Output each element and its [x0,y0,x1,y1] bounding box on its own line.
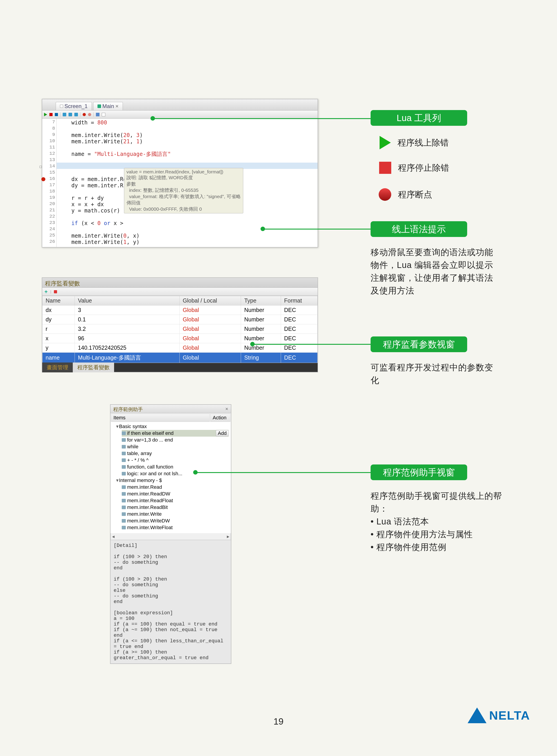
col-action: Action [210,414,230,422]
tab-screen-manage[interactable]: 畫面管理 [42,362,73,372]
tab-screen1[interactable]: Screen_1 [56,102,92,110]
watch-table: Name Value Global / Local Type Format dx… [42,296,318,363]
cell-format: DEC [281,315,318,324]
col-scope[interactable]: Global / Local [179,296,241,306]
tab-watch[interactable]: 程序監看變數 [73,362,114,372]
check-icon[interactable] [102,113,105,116]
table-row[interactable]: nameMulti-Language-多國語言GlobalStringDEC [42,353,318,363]
bottom-tabs: 畫面管理 程序監看變數 [42,363,318,372]
callout-label: 程序监看参数视窗 [383,338,455,351]
tab-main[interactable]: Main × [93,102,123,110]
assist-detail: [Detail] if (100 > 20) then -- do someth… [111,540,231,664]
assist-text: 程序范例助手视窗可提供线上的帮助： • Lua 语法范本 • 程序物件使用方法与… [371,490,505,554]
tree-item[interactable]: + - * / % ^ [122,457,229,464]
item-icon [122,438,126,442]
connector-dot [193,470,198,474]
syntax-tooltip: value = mem.inter.Read(index, [value_for… [124,168,243,213]
group-label: Internal memory - $ [119,477,162,483]
item-label: mem.inter.WriteDW [127,518,170,524]
table-row[interactable]: dy0.1GlobalNumberDEC [42,315,318,324]
fold-handle[interactable] [39,166,42,168]
step-into-icon[interactable] [68,113,72,116]
separator [93,112,94,117]
step-out-icon[interactable] [74,113,78,116]
add-button[interactable]: Add [216,430,229,436]
assist-title-bar: 程序範例助手 × [111,405,231,413]
tree-item[interactable]: mem.inter.ReadDW [122,491,229,497]
tool-icon[interactable] [96,113,99,116]
scroll-right-icon[interactable]: ▸ [227,534,229,540]
col-value[interactable]: Value [75,296,179,306]
scrollbar[interactable]: ◂ ▸ [111,533,231,540]
tree-group-memory[interactable]: ▾ Internal memory - $ [115,477,229,484]
add-icon[interactable]: + [45,289,48,295]
tree-item[interactable]: mem.inter.Write [122,511,229,518]
tab-label: Screen_1 [64,103,88,109]
breakpoint-disable-icon[interactable] [88,113,91,116]
breakpoint-dot[interactable] [41,177,46,181]
item-label: + - * / % ^ [127,457,148,463]
item-icon [122,472,126,475]
cell-type: Number [241,324,281,334]
cell-name: r [42,324,75,334]
item-label: for var=1,3 do ... end [127,437,173,443]
table-row[interactable]: dx3GlobalNumberDEC [42,306,318,315]
play-icon [380,136,391,149]
item-icon [122,492,126,496]
col-format[interactable]: Format [281,296,318,306]
connector-dot [250,342,255,346]
tree-item[interactable]: mem.inter.ReadBit [122,504,229,511]
tree-item[interactable]: function, call function [122,464,229,470]
close-icon[interactable]: × [115,103,119,109]
cell-scope: Global [179,343,241,353]
cell-format: DEC [281,353,318,363]
logo-triangle-icon [468,707,487,723]
tree-item[interactable]: while [122,443,229,450]
legend-breakpoint: 程序断点 [379,188,432,201]
breakpoint-icon[interactable] [83,113,86,116]
callout-label: 程序范例助手视窗 [383,466,455,478]
cell-value: 3.2 [75,324,179,334]
breakpoint-icon [379,188,391,201]
cell-value: 3 [75,306,179,315]
item-icon [122,526,126,529]
item-label: function, call function [127,464,173,470]
editor-tab-bar: Screen_1 Main × [42,99,318,111]
tab-label: Main [102,103,114,109]
connector-line [196,472,371,473]
window-icon [60,105,63,108]
item-icon [122,452,126,455]
col-type[interactable]: Type [241,296,281,306]
item-icon [122,432,126,435]
tree-item[interactable]: if then else elseif endAdd [122,430,229,437]
tree-item[interactable]: for var=1,3 do ... end [122,437,229,443]
expand-icon[interactable]: ▾ [115,477,119,483]
pause-icon[interactable] [55,113,58,116]
watch-title: 程序監看變數 [42,278,318,288]
cell-value: 96 [75,334,179,343]
tree-item[interactable]: mem.inter.ReadFloat [122,497,229,504]
table-row[interactable]: x96GlobalNumberDEC [42,334,318,343]
cell-format: DEC [281,334,318,343]
table-row[interactable]: r3.2GlobalNumberDEC [42,324,318,334]
tree-item[interactable]: mem.inter.WriteFloat [122,524,229,531]
watch-text: 可监看程序开发过程中的参数变化 [371,361,496,387]
delete-icon[interactable] [54,290,57,293]
stop-icon[interactable] [50,113,53,116]
connector-dot [261,227,265,231]
tree-item[interactable]: logic: xor and or not lsh... [122,470,229,477]
tree-item[interactable]: table, array [122,450,229,457]
col-name[interactable]: Name [42,296,75,306]
item-icon [122,505,126,509]
run-icon[interactable] [44,113,47,116]
step-over-icon[interactable] [63,113,66,116]
tree-item[interactable]: mem.inter.Read [122,484,229,491]
close-icon[interactable]: × [225,406,228,412]
scroll-left-icon[interactable]: ◂ [112,534,115,540]
tree-item[interactable]: mem.inter.WriteDW [122,518,229,524]
tree-group-basic[interactable]: ▾ Basic syntax [115,423,229,430]
code-area: 7 8 9 10 11 12 13 14 15 16 17 18 19 20 2… [42,119,318,247]
expand-icon[interactable]: ▾ [115,424,119,430]
code-body[interactable]: width = 800 mem.inter.Write(20, 3) mem.i… [57,119,318,247]
legend-label: 程序线上除错 [398,137,449,148]
